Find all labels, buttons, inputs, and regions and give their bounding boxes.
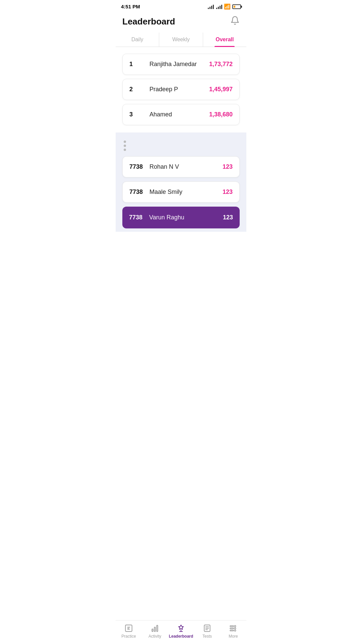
- dot-3: [124, 149, 126, 151]
- current-user-score: 123: [223, 214, 233, 221]
- status-icons: 📶: [208, 3, 241, 10]
- rank-nearby-2: 7738: [129, 189, 149, 196]
- signal-icon-2: [216, 4, 222, 9]
- rank-1: 1: [129, 61, 149, 68]
- page-title: Leaderboard: [122, 16, 175, 27]
- current-user-rank: 7738: [129, 214, 149, 221]
- player-name-nearby-2: Maale Smily: [149, 189, 223, 196]
- score-3: 1,38,680: [209, 111, 233, 118]
- status-bar: 4:51 PM 📶: [116, 0, 246, 12]
- player-name-2: Pradeep P: [149, 86, 209, 93]
- status-time: 4:51 PM: [121, 4, 140, 9]
- notifications-icon[interactable]: [230, 16, 240, 27]
- leaderboard-entry-1: 1 Ranjitha Jamedar 1,73,772: [122, 54, 240, 75]
- score-1: 1,73,772: [209, 61, 233, 68]
- leaderboard-entry-3: 3 Ahamed 1,38,680: [122, 104, 240, 125]
- score-2: 1,45,997: [209, 86, 233, 93]
- tab-weekly[interactable]: Weekly: [159, 33, 203, 47]
- leaderboard-entry-nearby-1: 7738 Rohan N V 123: [122, 156, 240, 177]
- score-nearby-1: 123: [223, 163, 233, 170]
- tabs-container: Daily Weekly Overall: [116, 33, 246, 47]
- leaderboard-entry-nearby-2: 7738 Maale Smily 123: [122, 181, 240, 203]
- rank-3: 3: [129, 111, 149, 118]
- ellipsis-indicator: [122, 138, 240, 156]
- dot-2: [124, 145, 126, 147]
- lower-section: 7738 Rohan N V 123 7738 Maale Smily 123 …: [116, 132, 246, 232]
- player-name-3: Ahamed: [149, 111, 209, 118]
- current-user-card: 7738 Varun Raghu 123: [122, 207, 240, 228]
- player-name-nearby-1: Rohan N V: [149, 163, 223, 170]
- wifi-icon: 📶: [224, 3, 231, 10]
- header: Leaderboard: [116, 12, 246, 33]
- tab-overall[interactable]: Overall: [203, 33, 246, 47]
- leaderboard-entry-2: 2 Pradeep P 1,45,997: [122, 79, 240, 100]
- battery-icon: [232, 4, 241, 9]
- tab-daily[interactable]: Daily: [116, 33, 159, 47]
- signal-icon-1: [208, 4, 214, 9]
- player-name-1: Ranjitha Jamedar: [149, 61, 209, 68]
- rank-nearby-1: 7738: [129, 163, 149, 170]
- rank-2: 2: [129, 86, 149, 93]
- top-section: 1 Ranjitha Jamedar 1,73,772 2 Pradeep P …: [116, 54, 246, 132]
- current-user-name: Varun Raghu: [149, 214, 223, 221]
- dot-1: [124, 141, 126, 143]
- score-nearby-2: 123: [223, 189, 233, 196]
